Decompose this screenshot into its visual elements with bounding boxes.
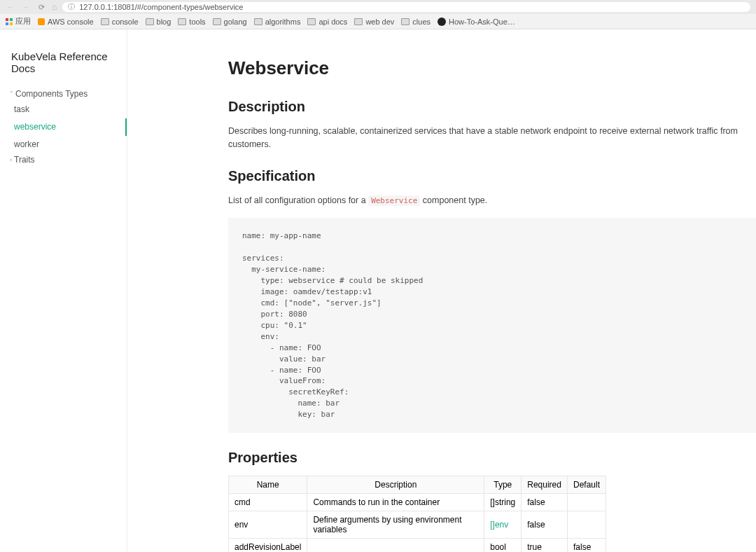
nav-home-icon[interactable]: ⌂ (52, 2, 57, 12)
bookmark-label: blog (157, 18, 172, 26)
table-header: Description (307, 476, 484, 494)
folder-icon (254, 18, 262, 25)
chevron-down-icon: ˅ (10, 90, 13, 97)
bookmark-item[interactable]: 应用 (6, 16, 31, 27)
page-root: KubeVela Reference Docs ˅ Components Typ… (0, 29, 756, 552)
bookmark-label: golang (224, 18, 247, 26)
bookmark-item[interactable]: algorithms (254, 18, 301, 26)
brand-title: KubeVela Reference Docs (0, 41, 127, 87)
url-text: 127.0.0.1:18081/#/component-types/webser… (79, 2, 243, 12)
folder-icon (213, 18, 221, 25)
bookmark-item[interactable]: clues (401, 18, 430, 26)
folder-icon (146, 18, 154, 25)
nav-forward-icon[interactable]: → (21, 3, 31, 11)
prop-type: []string (484, 494, 522, 511)
address-bar[interactable]: ⓘ 127.0.0.1:18081/#/component-types/webs… (62, 2, 750, 12)
prop-description: Define arguments by using environment va… (307, 511, 484, 539)
prop-type: bool (484, 539, 522, 552)
table-header: Name (229, 476, 307, 494)
bookmark-label: 应用 (15, 16, 31, 27)
sidebar-item-webservice[interactable]: webservice (0, 118, 127, 136)
table-header: Type (484, 476, 522, 494)
bookmark-label: tools (189, 18, 205, 26)
table-header: Required (522, 476, 568, 494)
prop-description (307, 539, 484, 552)
sidebar-group-label: Components Types (15, 89, 88, 99)
bookmark-label: web dev (365, 18, 394, 26)
bookmark-item[interactable]: AWS console (38, 18, 94, 26)
folder-icon (101, 18, 109, 25)
description-text: Describes long-running, scalable, contai… (228, 125, 756, 151)
prop-default (567, 494, 606, 511)
folder-icon (307, 18, 316, 25)
table-row: envDefine arguments by using environment… (229, 511, 606, 539)
table-row: cmdCommands to run in the container[]str… (229, 494, 606, 511)
prop-required: true (522, 539, 568, 552)
bookmark-item[interactable]: blog (146, 18, 172, 26)
yaml-code-block: name: my-app-name services: my-service-n… (228, 218, 756, 433)
nav-reload-icon[interactable]: ⟳ (36, 3, 46, 12)
prop-type: []env (484, 511, 522, 539)
aws-icon (38, 18, 45, 25)
specification-text: List of all configuration options for a … (228, 194, 756, 207)
prop-description: Commands to run in the container (307, 494, 484, 511)
section-description-heading: Description (228, 99, 756, 115)
content-area: Webservice Description Describes long-ru… (127, 29, 756, 552)
browser-toolbar: ← → ⟳ ⌂ ⓘ 127.0.0.1:18081/#/component-ty… (0, 0, 756, 14)
properties-table: NameDescriptionTypeRequiredDefault cmdCo… (228, 476, 606, 552)
prop-name: env (229, 511, 307, 539)
section-properties-heading: Properties (228, 450, 756, 466)
bookmark-label: AWS console (48, 18, 94, 26)
table-header: Default (567, 476, 606, 494)
gh-icon (438, 18, 446, 26)
page-title: Webservice (228, 57, 756, 79)
site-info-icon: ⓘ (68, 2, 75, 12)
sidebar-item-worker[interactable]: worker (0, 136, 127, 153)
prop-default (567, 511, 606, 539)
bookmark-label: algorithms (265, 18, 301, 26)
apps-icon (6, 18, 13, 25)
inline-code: Webservice (368, 195, 420, 206)
bookmark-item[interactable]: api docs (307, 18, 347, 26)
prop-name: cmd (229, 494, 307, 511)
bookmark-label: console (112, 18, 139, 26)
sidebar-item-task[interactable]: task (0, 101, 127, 118)
folder-icon (178, 18, 186, 25)
table-row: addRevisionLabelbooltruefalse (229, 539, 606, 552)
prop-required: false (522, 494, 568, 511)
bookmark-item[interactable]: How-To-Ask-Que… (438, 18, 515, 26)
bookmark-label: How-To-Ask-Que… (449, 18, 515, 26)
bookmarks-bar: 应用AWS consoleconsoleblogtoolsgolangalgor… (0, 14, 756, 29)
prop-name: addRevisionLabel (229, 539, 307, 552)
sidebar: KubeVela Reference Docs ˅ Components Typ… (0, 29, 127, 552)
prop-required: false (522, 511, 568, 539)
bookmark-item[interactable]: console (101, 18, 139, 26)
bookmark-label: clues (412, 18, 430, 26)
bookmark-label: api docs (318, 18, 347, 26)
sidebar-group-components[interactable]: ˅ Components Types (0, 87, 127, 101)
folder-icon (354, 18, 363, 25)
type-link[interactable]: []env (490, 520, 508, 530)
chevron-right-icon: › (10, 156, 12, 163)
sidebar-group-label: Traits (14, 155, 35, 165)
sidebar-group-traits[interactable]: › Traits (0, 153, 127, 167)
bookmark-item[interactable]: tools (178, 18, 205, 26)
prop-default: false (567, 539, 606, 552)
bookmark-item[interactable]: golang (213, 18, 247, 26)
folder-icon (401, 18, 410, 25)
bookmark-item[interactable]: web dev (354, 18, 394, 26)
nav-back-icon[interactable]: ← (6, 3, 15, 11)
section-specification-heading: Specification (228, 168, 756, 184)
